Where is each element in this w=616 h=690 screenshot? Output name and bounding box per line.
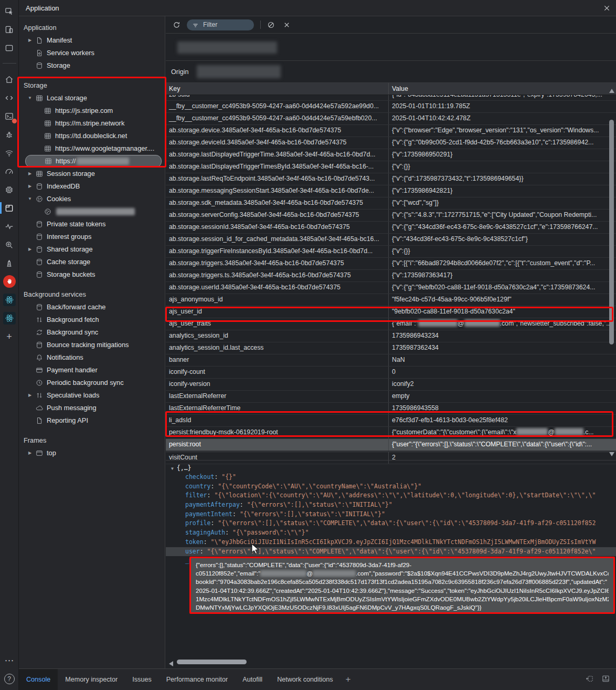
- expander-open-icon[interactable]: ▼: [19, 92, 34, 104]
- preview-entry-paymentintent[interactable]: paymentIntent: "{\"errors\":[],\"status\…: [166, 510, 616, 519]
- preview-entry-token[interactable]: token: "\"eyJhbGciOiJIUzI1NiIsInR5cCI6Ik…: [166, 538, 616, 547]
- tab-autofill[interactable]: Autofill: [235, 669, 270, 690]
- sidebar-item-storage-buckets[interactable]: Storage buckets: [19, 268, 165, 281]
- new-window-icon[interactable]: [2, 40, 17, 55]
- dock-side-icon[interactable]: [586, 675, 593, 685]
- sidebar-item-background-sync[interactable]: Background sync: [19, 326, 165, 339]
- help-icon[interactable]: ?: [2, 672, 17, 686]
- column-header-value[interactable]: Value: [389, 83, 616, 95]
- sidebar-item-https-js-stripe-com[interactable]: https://js.stripe.com: [19, 104, 165, 117]
- column-header-key[interactable]: Key: [166, 83, 389, 95]
- expander-closed-icon[interactable]: ▶: [19, 34, 34, 47]
- network-icon[interactable]: [2, 145, 17, 160]
- sidebar-item-https-m-stripe-network[interactable]: https://m.stripe.network: [19, 117, 165, 130]
- table-row[interactable]: __fby__customer_cc4953b9-5059-4247-aa60-…: [166, 101, 616, 113]
- table-row[interactable]: persist:root{"user":"{\"errors\":[],\"st…: [166, 439, 616, 451]
- table-row[interactable]: iconify-versioniconify2: [166, 379, 616, 391]
- table-row[interactable]: ab.storage.serverConfig.3485a0ef-3e4f-46…: [166, 210, 616, 222]
- table-row[interactable]: ab.storage.triggerFireInstancesById.3485…: [166, 246, 616, 258]
- sidebar-item-https-www-googletagmanager[interactable]: https://www.googletagmanager....: [19, 142, 165, 155]
- sidebar-item-speculative-loads[interactable]: ▶Speculative loads: [19, 389, 165, 402]
- react-profiler-icon[interactable]: [2, 311, 17, 326]
- table-row[interactable]: ab.storage.triggers.3485a0ef-3e4f-465a-b…: [166, 258, 616, 270]
- table-row[interactable]: lastExternalReferrerempty: [166, 391, 616, 403]
- table-row[interactable]: lastExternalReferrerTime1735986943558: [166, 403, 616, 415]
- table-row[interactable]: ab.storage.messagingSessionStart.3485a0e…: [166, 185, 616, 197]
- table-row[interactable]: ab.storage.lastReqToEndpoint.3485a0ef-3e…: [166, 173, 616, 185]
- sidebar-item-cookies[interactable]: ▼Cookies: [19, 193, 165, 205]
- sidebar-item-background-fetch[interactable]: Background fetch: [19, 313, 165, 326]
- table-row[interactable]: ab.storage.sdk_metadata.3485a0ef-3e4f-46…: [166, 197, 616, 210]
- preview-entry-checkout[interactable]: checkout: "{}": [166, 473, 616, 482]
- sidebar-item-notifications[interactable]: Notifications: [19, 351, 165, 364]
- expand-panel-icon[interactable]: [602, 675, 610, 685]
- tab-memory-inspector[interactable]: Memory inspector: [58, 669, 125, 690]
- sidebar-item-service-workers[interactable]: Service workers: [19, 47, 165, 59]
- table-row[interactable]: ab.storage.lastDisplayedTriggerTimesById…: [166, 161, 616, 173]
- table-row[interactable]: ajs_anonymous_id"f5fec24b-c57d-45aa-99cc…: [166, 294, 616, 306]
- sidebar-item-shared-storage[interactable]: ▶Shared storage: [19, 243, 165, 256]
- more-tools-icon[interactable]: +: [2, 329, 17, 344]
- home-icon[interactable]: [2, 72, 17, 87]
- sidebar-item-local-storage[interactable]: ▼Local storage: [19, 92, 165, 104]
- add-tab-button[interactable]: +: [341, 669, 356, 690]
- table-row[interactable]: ajs_user_traits{"email":"@.com","newslet…: [166, 318, 616, 330]
- delete-selected-icon[interactable]: [281, 19, 292, 30]
- scrollbar-left-arrow[interactable]: [169, 659, 173, 664]
- horizontal-scrollbar-thumb[interactable]: [177, 660, 247, 664]
- overflow-menu-icon[interactable]: ⋯: [2, 653, 17, 668]
- debugger-icon[interactable]: [2, 127, 17, 142]
- sidebar-item-back-forward-cache[interactable]: Back/forward cache: [19, 301, 165, 313]
- sidebar-item-manifest[interactable]: ▶Manifest: [19, 34, 165, 47]
- filter-box[interactable]: [187, 19, 254, 30]
- sidebar-item-push-messaging[interactable]: Push messaging: [19, 402, 165, 414]
- filter-input[interactable]: [202, 20, 249, 29]
- preview-entry-paymentafterpay[interactable]: paymentAfterpay: "{\"errors\":[],\"statu…: [166, 500, 616, 510]
- react-devtools-icon[interactable]: [2, 292, 17, 307]
- refresh-icon[interactable]: [171, 19, 182, 30]
- sidebar-item-payment-handler[interactable]: Payment handler: [19, 364, 165, 377]
- sidebar-item-reporting-api[interactable]: Reporting API: [19, 414, 165, 427]
- table-row[interactable]: iconify-count0: [166, 367, 616, 379]
- sidebar-item-interest-groups[interactable]: Interest groups: [19, 231, 165, 243]
- expander-closed-icon[interactable]: ▶: [19, 180, 34, 193]
- scrollbar-down-arrow[interactable]: [609, 449, 614, 453]
- table-row[interactable]: ajs_user_id"9ebfb020-ca88-11ef-9018-d50a…: [166, 306, 616, 318]
- inspect-icon[interactable]: [2, 4, 17, 18]
- expander-closed-icon[interactable]: ▶: [19, 168, 34, 180]
- preview-entry-filter[interactable]: filter: "{\"location\":{\"country\":\"AU…: [166, 491, 616, 500]
- table-row[interactable]: __fby__customer_cc4953b9-5059-4247-aa60-…: [166, 113, 616, 125]
- table-row[interactable]: li_adsIde76cf3d7-efb1-4613-b0d3-0ee25f8e…: [166, 415, 616, 427]
- table-row[interactable]: ab.storage.triggers.ts.3485a0ef-3e4f-465…: [166, 270, 616, 282]
- lighthouse-icon[interactable]: [2, 256, 17, 270]
- device-toolbar-icon[interactable]: [2, 22, 17, 37]
- tab-issues[interactable]: Issues: [125, 669, 158, 690]
- table-row[interactable]: ab.storage.device.3485a0ef-3e4f-465a-bc1…: [166, 125, 616, 137]
- preview-entry-profile[interactable]: profile: "{\"errors\":[],\"status\":\"CO…: [166, 519, 616, 528]
- memory-icon[interactable]: [2, 182, 17, 197]
- table-row[interactable]: persist:friendbuy-msdk-06192019-root{"cu…: [166, 427, 616, 439]
- performance-icon[interactable]: [2, 164, 17, 179]
- scrollbar-up-arrow[interactable]: [609, 86, 614, 90]
- table-row[interactable]: ab.storage.lastDisplayedTriggerTime.3485…: [166, 149, 616, 161]
- sources-icon[interactable]: [2, 90, 17, 105]
- table-row[interactable]: zb-suid{"id":"843ac8a1e5114e2ba1131a5713…: [166, 95, 616, 101]
- vertical-scrollbar-thumb[interactable]: [609, 120, 614, 344]
- expander-closed-icon[interactable]: ▶: [19, 389, 34, 402]
- sidebar-item-cache-storage[interactable]: Cache storage: [19, 256, 165, 268]
- content-blocker-icon[interactable]: [2, 274, 17, 289]
- console-icon[interactable]: [2, 109, 17, 123]
- sidebar-item-indexeddb[interactable]: ▶IndexedDB: [19, 180, 165, 193]
- table-row[interactable]: ab.storage.session_id_for_cached_metadat…: [166, 234, 616, 246]
- expander-open-icon[interactable]: ▼: [19, 193, 34, 205]
- sidebar-item-top[interactable]: ▶top: [19, 447, 165, 459]
- close-icon[interactable]: [601, 3, 612, 13]
- sidebar-item-https[interactable]: https://: [25, 155, 162, 168]
- sidebar-item-redacted[interactable]: [19, 205, 165, 218]
- tab-network-conditions[interactable]: Network conditions: [270, 669, 340, 690]
- sidebar-item-periodic-background-sync[interactable]: Periodic background sync: [19, 377, 165, 389]
- expander-closed-icon[interactable]: ▶: [19, 447, 34, 459]
- preview-root[interactable]: ▼{,…}: [166, 463, 616, 473]
- tab-console[interactable]: Console: [19, 669, 58, 690]
- sidebar-item-session-storage[interactable]: ▶Session storage: [19, 168, 165, 180]
